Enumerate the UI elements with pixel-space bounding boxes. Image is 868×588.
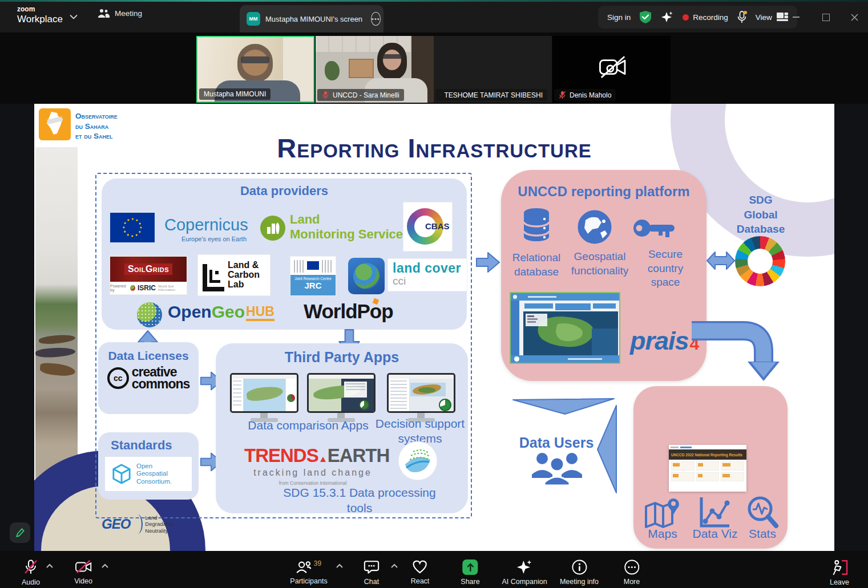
earth-label: EARTH bbox=[328, 445, 390, 467]
standards-box: Standards Open Geospatial Consortium. bbox=[98, 432, 199, 500]
name-tag: Mustapha MIMOUNI bbox=[199, 88, 271, 100]
funnel-arrow-right bbox=[597, 405, 617, 494]
curved-arrow-icon bbox=[691, 321, 793, 383]
leave-button[interactable]: Leave bbox=[830, 559, 849, 586]
audio-caret[interactable] bbox=[46, 563, 54, 569]
ogh-hub: HUB bbox=[246, 304, 274, 321]
landcarbonlab-logo: Land & Carbon Lab bbox=[198, 255, 270, 295]
minimize-button[interactable] bbox=[788, 10, 805, 25]
info-icon bbox=[571, 559, 587, 575]
participants-label: Participants bbox=[290, 577, 327, 585]
participant-tile-mustapha[interactable]: Mustapha MIMOUNI bbox=[196, 36, 314, 103]
chevron-down-icon[interactable] bbox=[70, 14, 78, 19]
view-button[interactable]: View bbox=[756, 13, 788, 22]
sign-in-button[interactable]: Sign in bbox=[607, 13, 631, 22]
secure-space-label: Secure country space bbox=[638, 248, 693, 290]
cc-label: creative commons bbox=[132, 366, 190, 390]
video-label: Video bbox=[74, 577, 92, 585]
participants-button[interactable]: 39 Participants bbox=[290, 559, 327, 585]
more-button[interactable]: More bbox=[624, 559, 640, 586]
audio-button[interactable]: Audio bbox=[22, 559, 40, 586]
ldn-label: Land Degradation Neutrality bbox=[145, 514, 175, 534]
dataviz-label: Data Viz bbox=[689, 527, 741, 541]
participants-caret[interactable] bbox=[336, 563, 344, 569]
tab-screenshare[interactable]: MM Mustapha MIMOUNI's screen ••• bbox=[240, 5, 383, 33]
eu-flag-logo bbox=[110, 213, 155, 242]
close-button[interactable] bbox=[846, 10, 863, 25]
key-icon bbox=[632, 216, 676, 241]
users-group-icon bbox=[530, 449, 584, 486]
chat-caret[interactable] bbox=[390, 563, 398, 569]
stats-icon bbox=[745, 495, 780, 530]
data-licenses-box: Data Licenses cc creative commons bbox=[98, 342, 199, 414]
soilgrids-label: SoilGrids bbox=[124, 263, 172, 275]
arrow-right-icon bbox=[475, 250, 500, 275]
geospatial-label: Geospatial functionality bbox=[567, 250, 632, 278]
share-icon bbox=[462, 559, 478, 575]
pencil-icon bbox=[14, 527, 26, 538]
shield-check-icon[interactable] bbox=[639, 10, 652, 24]
sdg-wheel-icon bbox=[735, 236, 785, 286]
participant-name: Denis Maholo bbox=[570, 91, 611, 99]
dataviz-icon bbox=[697, 495, 730, 529]
share-button[interactable]: Share bbox=[461, 559, 479, 586]
maximize-button[interactable] bbox=[817, 10, 834, 25]
ai-companion-button[interactable]: AI Companion bbox=[502, 559, 547, 586]
third-party-title: Third Party Apps bbox=[216, 349, 468, 366]
more-options-icon[interactable]: ••• bbox=[371, 12, 381, 26]
data-users-title: Data Users bbox=[516, 435, 596, 451]
cbas-logo: CBAS bbox=[403, 202, 452, 251]
jrc-logo: Joint Research Centre JRC bbox=[290, 257, 336, 295]
participant-tile-teshome[interactable]: TESHOME TAMIRAT SHIBESHI bbox=[434, 36, 552, 103]
isric-powered-by: Powered by bbox=[110, 284, 128, 292]
landcover-cci-text: land cover cci bbox=[388, 259, 467, 291]
audio-label: Audio bbox=[22, 578, 40, 586]
participant-name: UNCCD - Sara Minelli bbox=[333, 91, 399, 99]
zoom-logo: zoom Workplace bbox=[17, 6, 63, 24]
lcl-label: Land & Carbon Lab bbox=[228, 261, 260, 289]
trends-tagline: tracking land change bbox=[244, 468, 381, 478]
ogh-geo: Geo bbox=[212, 302, 245, 321]
trends-separator-icon bbox=[320, 457, 326, 462]
ogc-label: Open Geospatial Consortium. bbox=[136, 463, 172, 485]
globe-tile-icon bbox=[353, 263, 380, 289]
monitor-data-comparison-2 bbox=[307, 373, 376, 413]
react-button[interactable]: React bbox=[411, 559, 430, 585]
unccd-platform-title: UNCCD reporting platform bbox=[501, 184, 706, 200]
share-label: Share bbox=[461, 578, 479, 586]
tab-meeting[interactable]: Meeting bbox=[98, 9, 142, 18]
participant-tile-sara[interactable]: UNCCD - Sara Minelli bbox=[316, 36, 434, 103]
participant-name: Mustapha MIMOUNI bbox=[204, 90, 266, 98]
brand-zoom: zoom bbox=[17, 6, 63, 13]
participant-tile-denis[interactable]: Denis Maholo bbox=[552, 36, 671, 103]
prais-screenshot bbox=[510, 292, 620, 364]
mic-status-icon[interactable] bbox=[737, 10, 747, 24]
toolbar bbox=[0, 551, 868, 588]
geo-ldn-logo: GEO Land Degradation Neutrality bbox=[102, 514, 175, 534]
recording-indicator[interactable]: Recording bbox=[683, 13, 728, 22]
geo-label: GEO bbox=[102, 516, 130, 532]
shared-screen-slide: Observatoire du Sahara et du Sahel Repor… bbox=[34, 104, 834, 551]
chat-button[interactable]: Chat bbox=[364, 559, 380, 586]
video-button[interactable]: Video bbox=[74, 559, 92, 585]
data-providers-title: Data providers bbox=[102, 184, 467, 198]
avatar-initials: MM bbox=[249, 16, 258, 22]
sparkle-icon[interactable] bbox=[660, 10, 674, 24]
video-caret[interactable] bbox=[101, 563, 109, 569]
results-screenshot-title: UNCCD 2022 National Reporting Results bbox=[669, 449, 746, 460]
muted-mic-icon bbox=[322, 91, 329, 99]
view-label: View bbox=[756, 13, 772, 22]
annotate-button[interactable] bbox=[10, 522, 30, 543]
data-licenses-title: Data Licenses bbox=[98, 349, 199, 363]
meeting-info-button[interactable]: Meeting info bbox=[560, 559, 599, 586]
ogc-logo: Open Geospatial Consortium. bbox=[105, 457, 192, 491]
name-tag: Denis Maholo bbox=[554, 89, 616, 101]
isric-sub: World Soil Information bbox=[158, 285, 187, 291]
landcover-cci-logo bbox=[348, 258, 385, 294]
opengeohub-logo: OpenGeoHUB bbox=[168, 302, 274, 322]
camera-muted-icon bbox=[75, 559, 92, 574]
prais-logo: prais 4 bbox=[630, 326, 699, 356]
meeting-info-label: Meeting info bbox=[560, 578, 599, 586]
worldpop-logo: WorldPop bbox=[304, 300, 393, 323]
cci-label: cci bbox=[393, 276, 462, 286]
